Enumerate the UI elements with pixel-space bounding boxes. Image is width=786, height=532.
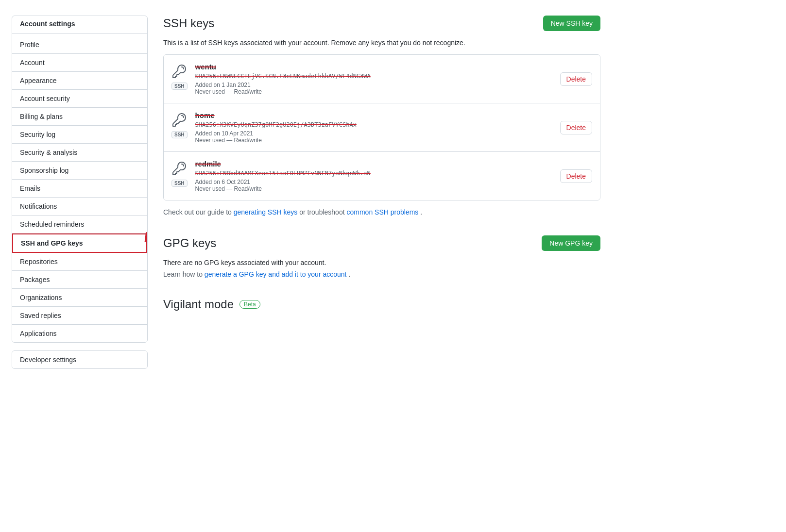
ssh-section-title: SSH keys	[163, 17, 214, 30]
key-fingerprint-1: SHA256:ENWNECCTEjVG.SCN.F3eLNKmadeFhkhAV…	[195, 73, 552, 80]
key-fingerprint-3: SHA256:ENBbd3AAMFXean15taxFOLUMZEvNNEN7y…	[195, 170, 552, 177]
sidebar-item-packages[interactable]: Packages	[12, 271, 147, 289]
ssh-section-footer: Check out our guide to generating SSH ke…	[163, 208, 600, 216]
gpg-learn-text: Learn how to generate a GPG key and add …	[163, 270, 600, 278]
sidebar-item-emails[interactable]: Emails	[12, 180, 147, 198]
footer-text: Check out our guide to	[163, 208, 232, 216]
footer-end: .	[420, 208, 422, 216]
sidebar-item-ssh-gpg-keys[interactable]: SSH and GPG keys	[12, 233, 147, 253]
ssh-keys-list: SSH wentu SHA256:ENWNECCTEjVG.SCN.F3eLNK…	[163, 54, 600, 200]
vigilant-header: Vigilant mode Beta	[163, 298, 600, 311]
sidebar-item-applications[interactable]: Applications	[12, 325, 147, 342]
key-usage-1: Never used — Read/write	[195, 88, 552, 95]
common-ssh-problems-link[interactable]: common SSH problems	[346, 208, 418, 216]
vigilant-mode-section: Vigilant mode Beta	[163, 298, 600, 311]
key-added-1: Added on 1 Jan 2021	[195, 82, 552, 88]
sidebar-item-security-log[interactable]: Security log	[12, 126, 147, 144]
key-fingerprint-2: SHA256:X3KVEyUqnZ37g0MF2gU20Ej/A3DT3zaFV…	[195, 121, 552, 128]
key-icon-wrap-3: SSH	[171, 160, 188, 187]
key-info-1: wentu SHA256:ENWNECCTEjVG.SCN.F3eLNKmade…	[195, 63, 552, 95]
sidebar-item-sponsorship-log[interactable]: Sponsorship log	[12, 162, 147, 180]
gpg-section-title: GPG keys	[163, 236, 216, 250]
new-ssh-key-button[interactable]: New SSH key	[543, 16, 600, 31]
ssh-section-description: This is a list of SSH keys associated wi…	[163, 39, 600, 47]
key-name-2: home	[195, 111, 552, 119]
sidebar-item-profile[interactable]: Profile	[12, 36, 147, 54]
sidebar-item-repositories[interactable]: Repositories	[12, 253, 147, 271]
key-added-3: Added on 6 Oct 2021	[195, 179, 552, 185]
key-actions-3: Delete	[560, 169, 592, 183]
gpg-learn-prefix: Learn how to	[163, 270, 203, 278]
sidebar-section-main: Account settings Profile Account Appeara…	[12, 16, 148, 343]
gpg-generate-link[interactable]: generate a GPG key and add it to your ac…	[205, 270, 347, 278]
sidebar-section-developer: Developer settings	[12, 350, 148, 369]
key-info-2: home SHA256:X3KVEyUqnZ37g0MF2gU20Ej/A3DT…	[195, 111, 552, 144]
footer-mid: or troubleshoot	[299, 208, 344, 216]
delete-key-2-button[interactable]: Delete	[560, 121, 592, 134]
sidebar-item-account[interactable]: Account	[12, 54, 147, 72]
vigilant-title: Vigilant mode	[163, 298, 234, 311]
gpg-learn-suffix: .	[348, 270, 350, 278]
table-row: SSH wentu SHA256:ENWNECCTEjVG.SCN.F3eLNK…	[164, 55, 600, 103]
sidebar-header: Account settings	[12, 16, 147, 34]
sidebar: Account settings Profile Account Appeara…	[12, 16, 148, 516]
gpg-keys-section: GPG keys New GPG key There are no GPG ke…	[163, 235, 600, 278]
sidebar-item-developer-settings[interactable]: Developer settings	[12, 351, 147, 368]
table-row: SSH home SHA256:X3KVEyUqnZ37g0MF2gU20Ej/…	[164, 103, 600, 152]
delete-key-1-button[interactable]: Delete	[560, 72, 592, 86]
sidebar-item-billing[interactable]: Billing & plans	[12, 108, 147, 126]
sidebar-item-security-analysis[interactable]: Security & analysis	[12, 144, 147, 162]
ssh-keys-section: SSH keys New SSH key This is a list of S…	[163, 16, 600, 216]
sidebar-item-notifications[interactable]: Notifications	[12, 198, 147, 216]
table-row: SSH redmile SHA256:ENBbd3AAMFXean15taxFO…	[164, 152, 600, 200]
key-actions-1: Delete	[560, 72, 592, 86]
key-icon-1	[171, 64, 187, 81]
key-icon-wrap-1: SSH	[171, 63, 188, 90]
sidebar-arrow-wrap: SSH and GPG keys	[12, 233, 147, 253]
gpg-empty-text: There are no GPG keys associated with yo…	[163, 259, 600, 266]
delete-key-3-button[interactable]: Delete	[560, 169, 592, 183]
ssh-section-header: SSH keys New SSH key	[163, 16, 600, 31]
ssh-badge-1: SSH	[171, 83, 188, 90]
key-name-3: redmile	[195, 160, 552, 168]
ssh-badge-3: SSH	[171, 180, 188, 187]
new-gpg-key-button[interactable]: New GPG key	[542, 235, 600, 251]
key-usage-2: Never used — Read/write	[195, 137, 552, 144]
ssh-badge-2: SSH	[171, 131, 188, 138]
key-added-2: Added on 10 Apr 2021	[195, 130, 552, 137]
beta-badge: Beta	[239, 300, 260, 309]
key-icon-wrap-2: SSH	[171, 111, 188, 138]
key-icon-3	[171, 161, 187, 178]
generating-ssh-keys-link[interactable]: generating SSH keys	[234, 208, 298, 216]
sidebar-item-saved-replies[interactable]: Saved replies	[12, 307, 147, 325]
sidebar-item-account-security[interactable]: Account security	[12, 90, 147, 108]
sidebar-item-organizations[interactable]: Organizations	[12, 289, 147, 307]
main-content: SSH keys New SSH key This is a list of S…	[163, 16, 600, 516]
sidebar-item-appearance[interactable]: Appearance	[12, 72, 147, 90]
sidebar-item-scheduled-reminders[interactable]: Scheduled reminders	[12, 216, 147, 233]
key-name-1: wentu	[195, 63, 552, 71]
key-actions-2: Delete	[560, 121, 592, 134]
key-usage-3: Never used — Read/write	[195, 185, 552, 192]
key-info-3: redmile SHA256:ENBbd3AAMFXean15taxFOLUMZ…	[195, 160, 552, 192]
key-icon-2	[171, 112, 187, 129]
gpg-section-header: GPG keys New GPG key	[163, 235, 600, 251]
